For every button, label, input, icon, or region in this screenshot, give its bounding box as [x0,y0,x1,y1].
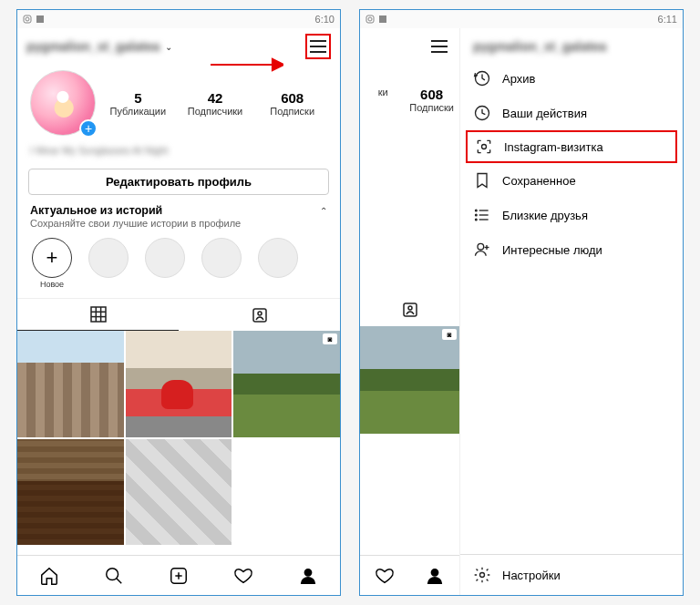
stat-cut: ки [365,87,400,113]
svg-point-22 [368,17,372,21]
svg-point-1 [26,17,29,21]
menu-button[interactable] [427,34,452,59]
photo-thumbnail[interactable] [126,331,232,437]
stat-posts[interactable]: 5 Публикации [103,90,173,117]
svg-point-42 [480,573,485,578]
highlight-placeholder [87,238,130,289]
list-icon [473,206,491,224]
menu-label: Сохраненное [502,174,576,188]
nav-activity[interactable] [360,556,410,595]
svg-point-37 [476,214,478,216]
svg-rect-23 [379,15,386,23]
menu-item-close-friends[interactable]: Близкие друзья [460,198,683,232]
edit-profile-button[interactable]: Редактировать профиль [28,169,329,195]
svg-rect-0 [24,15,31,23]
plus-square-icon [169,566,189,586]
highlight-placeholder [256,238,300,289]
svg-point-20 [304,569,311,575]
svg-point-32 [482,145,487,149]
svg-point-15 [107,568,118,579]
instagram-icon [365,15,375,24]
menu-item-discover-people[interactable]: Интересные люди [460,232,683,267]
svg-point-14 [258,312,262,315]
svg-marker-7 [273,59,283,70]
menu-item-archive[interactable]: Архив [460,61,683,96]
heart-icon [375,566,395,586]
new-highlight-button[interactable]: + Новое [30,238,74,289]
stat-following: 608 Подписки [409,87,454,113]
menu-username: pygmalion_st_galatea [460,32,683,61]
plus-icon: + [32,238,72,278]
nav-search[interactable] [82,556,147,595]
menu-label: Instagram-визитка [504,140,603,154]
stat-following[interactable]: 608 Подписки [257,90,327,117]
user-icon [298,566,318,586]
settings-label: Настройки [502,569,561,582]
tab-grid[interactable] [17,299,179,331]
username[interactable]: pygmalion_st_galatea [26,39,160,54]
photo-grid: ◙ [17,331,340,545]
profile-header: pygmalion_st_galatea ⌄ [17,28,340,65]
photo-thumbnail[interactable] [126,439,232,546]
chevron-down-icon[interactable]: ⌄ [165,42,172,52]
user-plus-icon [473,241,491,259]
menu-settings[interactable]: Настройки [460,554,683,595]
svg-point-39 [478,243,484,250]
activity-icon [473,104,491,122]
status-bar: 6:11 [360,10,683,28]
nav-home[interactable] [17,556,82,595]
nav-profile[interactable] [410,556,460,595]
user-icon [425,566,445,586]
grid-icon [90,306,107,323]
clock-icon [473,69,491,87]
tab-tagged[interactable] [179,299,340,331]
highlights-row: + Новое [17,236,340,298]
chevron-up-icon: ⌃ [320,206,327,216]
photo-thumbnail[interactable]: ◙ [233,331,340,437]
avatar[interactable]: + [30,70,96,136]
profile-stats-row: + 5 Публикации 42 Подписчики 608 Подписк… [17,65,340,145]
svg-line-16 [117,578,122,583]
nav-create[interactable] [147,556,211,595]
multi-photo-icon: ◙ [442,329,457,340]
clock: 6:11 [658,14,677,25]
add-story-badge[interactable]: + [79,119,98,138]
highlights-header[interactable]: Актуальное из историй ⌃ [17,204,340,217]
search-icon [104,566,124,586]
menu-item-activity[interactable]: Ваши действия [460,96,683,130]
app-icon [36,15,45,24]
stat-followers[interactable]: 42 Подписчики [180,90,251,117]
highlight-placeholder [143,238,187,289]
annotation-arrow [211,56,283,74]
menu-label: Близкие друзья [502,209,588,222]
bio-text: I Wear My Sunglasses At Night [17,145,340,165]
nav-activity[interactable] [211,556,275,595]
instagram-icon [23,15,32,24]
svg-rect-2 [36,15,44,23]
photo-thumbnail: ◙ [360,326,459,434]
menu-button[interactable] [305,34,331,59]
menu-item-nametag[interactable]: Instagram-визитка [466,130,677,163]
svg-rect-21 [366,15,374,23]
menu-label: Ваши действия [502,107,587,120]
photo-thumbnail[interactable] [17,331,124,437]
heart-icon [233,566,253,586]
photo-empty [233,439,340,546]
app-icon [378,15,387,24]
phone-left-profile: 6:10 pygmalion_st_galatea ⌄ + 5 Публикац… [16,9,341,596]
nametag-icon [475,138,493,156]
phone-right-menu: 6:11 ки 608 Подписки [359,9,684,596]
highlights-subtitle: Сохраняйте свои лучшие истории в профиле [17,217,340,236]
home-icon [39,566,59,586]
svg-point-28 [408,306,412,310]
clock: 6:10 [315,14,335,25]
gear-icon [473,566,491,584]
nav-profile[interactable] [275,556,340,595]
profile-background-slice[interactable]: ки 608 Подписки ◙ [360,28,460,595]
photo-thumbnail[interactable] [17,439,124,546]
highlight-placeholder [200,238,243,289]
menu-item-saved[interactable]: Сохраненное [460,163,683,198]
content-tabs [17,298,340,331]
bookmark-icon [473,171,491,190]
side-menu: pygmalion_st_galatea Архив Ваши действия… [460,28,683,595]
